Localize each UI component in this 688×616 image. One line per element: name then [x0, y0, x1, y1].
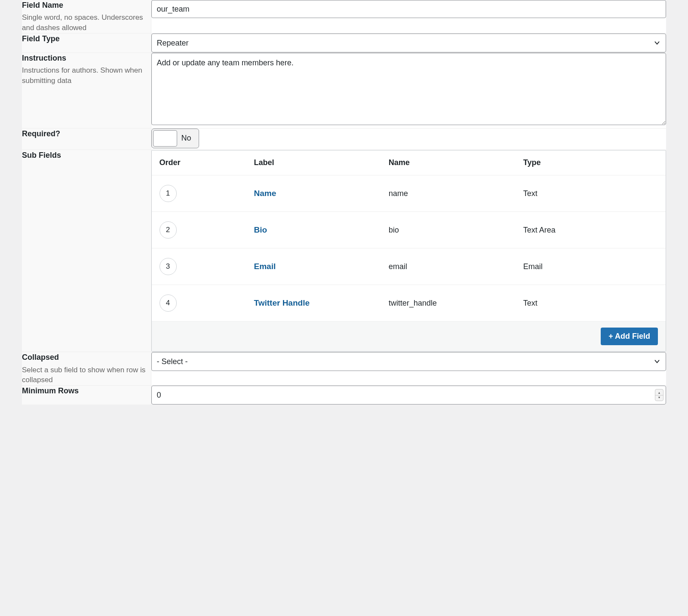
field-type-label: Field Type — [22, 34, 151, 44]
field-settings-panel: Field Name Single word, no spaces. Under… — [11, 0, 677, 422]
sub-field-label-link[interactable]: Name — [254, 189, 276, 198]
caret-up-icon: ▴ — [658, 391, 660, 395]
col-header-type: Type — [523, 157, 658, 168]
sub-fields-table: Order Label Name Type 1NamenameText2Biob… — [151, 150, 666, 352]
sub-fields-body: 1NamenameText2BiobioText Area3Emailemail… — [152, 175, 666, 321]
col-header-order: Order — [160, 157, 254, 168]
required-toggle[interactable]: No — [151, 129, 199, 148]
field-type-select[interactable]: Repeater — [151, 34, 666, 52]
minimum-rows-label: Minimum Rows — [22, 386, 151, 396]
instructions-label: Instructions — [22, 53, 151, 64]
sub-fields-header-row: Order Label Name Type — [152, 150, 666, 175]
sub-field-label-link[interactable]: Email — [254, 262, 276, 271]
field-name-label: Field Name — [22, 0, 151, 11]
col-header-name: Name — [389, 157, 523, 168]
sub-field-type: Text Area — [523, 225, 658, 236]
required-toggle-label: No — [177, 133, 197, 144]
row-sub-fields: Sub Fields Order Label Name Type 1Namena… — [22, 150, 666, 352]
sub-field-type: Text — [523, 188, 658, 199]
field-name-input[interactable] — [151, 0, 666, 18]
sub-fields-label: Sub Fields — [22, 150, 151, 161]
sub-field-name: email — [389, 261, 523, 272]
add-field-button[interactable]: + Add Field — [601, 328, 658, 345]
field-settings-table: Field Name Single word, no spaces. Under… — [22, 0, 666, 405]
sub-fields-footer: + Add Field — [152, 321, 666, 351]
row-required: Required? No — [22, 128, 666, 150]
order-handle[interactable]: 3 — [160, 258, 177, 275]
sub-field-type: Text — [523, 298, 658, 309]
col-header-label: Label — [254, 157, 389, 168]
order-handle[interactable]: 1 — [160, 185, 177, 202]
instructions-textarea[interactable]: Add or update any team members here. — [151, 53, 666, 125]
instructions-desc: Instructions for authors. Shown when sub… — [22, 65, 151, 86]
sub-field-row: 4Twitter Handletwitter_handleText — [152, 285, 666, 321]
row-instructions: Instructions Instructions for authors. S… — [22, 52, 666, 128]
sub-field-name: name — [389, 188, 523, 199]
sub-field-row: 1NamenameText — [152, 175, 666, 211]
caret-down-icon: ▾ — [658, 395, 660, 400]
sub-field-name: twitter_handle — [389, 298, 523, 309]
order-handle[interactable]: 2 — [160, 221, 177, 239]
sub-field-type: Email — [523, 261, 658, 272]
collapsed-label: Collapsed — [22, 352, 151, 363]
row-field-type: Field Type Repeater — [22, 33, 666, 52]
sub-field-name: bio — [389, 225, 523, 236]
toggle-knob — [153, 130, 177, 147]
order-handle[interactable]: 4 — [160, 294, 177, 312]
row-field-name: Field Name Single word, no spaces. Under… — [22, 0, 666, 33]
collapsed-desc: Select a sub field to show when row is c… — [22, 365, 151, 386]
sub-field-label-link[interactable]: Bio — [254, 225, 267, 234]
required-label: Required? — [22, 129, 151, 139]
sub-field-row: 3EmailemailEmail — [152, 248, 666, 285]
number-stepper[interactable]: ▴ ▾ — [655, 389, 663, 401]
row-collapsed: Collapsed Select a sub field to show whe… — [22, 352, 666, 386]
sub-field-row: 2BiobioText Area — [152, 211, 666, 248]
sub-field-label-link[interactable]: Twitter Handle — [254, 298, 310, 307]
field-name-desc: Single word, no spaces. Underscores and … — [22, 12, 151, 33]
collapsed-select[interactable]: - Select - — [151, 352, 666, 371]
row-minimum-rows: Minimum Rows ▴ ▾ — [22, 386, 666, 405]
minimum-rows-input[interactable] — [151, 386, 666, 405]
